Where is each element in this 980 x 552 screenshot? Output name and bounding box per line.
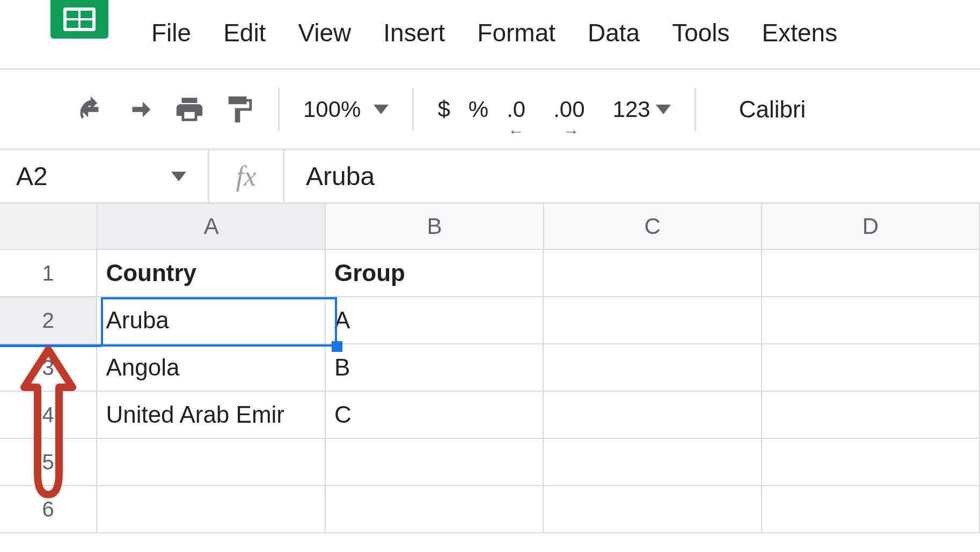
row-4: 4 United Arab Emir C	[0, 392, 980, 439]
increase-decimal-label: .00	[553, 97, 584, 122]
row-2-selection-indicator	[0, 344, 101, 347]
cell-a4[interactable]: United Arab Emir	[97, 392, 326, 439]
cell-c2[interactable]	[544, 297, 762, 344]
number-format-label: 123	[613, 97, 650, 122]
menu-insert[interactable]: Insert	[383, 18, 445, 47]
row-header-1[interactable]: 1	[0, 250, 97, 297]
row-header-3[interactable]: 3	[0, 344, 97, 392]
cell-a5[interactable]	[97, 439, 326, 486]
redo-button[interactable]	[125, 94, 156, 125]
menu-format[interactable]: Format	[477, 18, 555, 47]
zoom-value: 100%	[303, 97, 361, 122]
print-button[interactable]	[174, 94, 205, 125]
undo-button[interactable]	[75, 94, 106, 125]
zoom-dropdown[interactable]: 100%	[303, 97, 389, 122]
paint-format-button[interactable]	[223, 94, 254, 125]
row-1: 1 Country Group	[0, 250, 980, 297]
cell-a2[interactable]: Aruba	[97, 297, 326, 344]
cell-b4[interactable]: C	[326, 392, 544, 439]
column-header-d[interactable]: D	[762, 204, 980, 250]
cell-c4[interactable]	[544, 392, 762, 439]
row-3: 3 Angola B	[0, 344, 980, 392]
selection-fill-handle[interactable]	[332, 341, 342, 352]
cell-a3[interactable]: Angola	[97, 344, 326, 392]
row-header-2[interactable]: 2	[0, 297, 97, 344]
column-header-c[interactable]: C	[544, 204, 762, 250]
number-format-dropdown[interactable]: 123	[613, 97, 671, 122]
row-6: 6	[0, 486, 980, 533]
cell-d5[interactable]	[762, 439, 980, 486]
select-all-corner[interactable]	[0, 204, 98, 250]
cell-d2[interactable]	[762, 297, 980, 344]
cell-a1[interactable]: Country	[97, 250, 326, 297]
row-5: 5	[0, 439, 980, 486]
name-box-value: A2	[16, 161, 48, 191]
sheets-logo[interactable]	[50, 0, 108, 39]
cell-d4[interactable]	[762, 392, 980, 439]
cell-b1[interactable]: Group	[326, 250, 544, 297]
cell-c5[interactable]	[544, 439, 762, 486]
column-header-a[interactable]: A	[98, 204, 326, 250]
cell-b5[interactable]	[326, 439, 544, 486]
dropdown-icon	[171, 172, 186, 181]
menu-file[interactable]: File	[151, 18, 191, 47]
dropdown-icon	[374, 105, 389, 114]
cell-a6[interactable]	[97, 486, 326, 533]
row-header-5[interactable]: 5	[0, 439, 97, 486]
cell-c6[interactable]	[544, 486, 762, 533]
toolbar-separator	[278, 88, 280, 131]
sheets-logo-icon	[63, 8, 96, 31]
menu-bar: File Edit View Insert Format Data Tools …	[0, 0, 980, 70]
menu-data[interactable]: Data	[588, 18, 640, 47]
menu-tools[interactable]: Tools	[672, 18, 729, 47]
fx-icon: fx	[209, 150, 284, 202]
menu-items: File Edit View Insert Format Data Tools …	[151, 18, 837, 47]
row-header-4[interactable]: 4	[0, 392, 97, 439]
formula-bar-row: A2 fx Aruba	[0, 150, 980, 204]
row-header-6[interactable]: 6	[0, 486, 97, 533]
cell-d3[interactable]	[762, 344, 980, 392]
toolbar-separator	[694, 88, 696, 131]
name-box[interactable]: A2	[0, 150, 209, 202]
menu-extensions[interactable]: Extens	[762, 18, 838, 47]
menu-view[interactable]: View	[298, 18, 351, 47]
cell-c1[interactable]	[544, 250, 762, 297]
cell-b6[interactable]	[326, 486, 544, 533]
cell-d6[interactable]	[762, 486, 980, 533]
increase-decimal-button[interactable]: .00 →	[553, 97, 594, 122]
cell-d1[interactable]	[762, 250, 980, 297]
format-currency-button[interactable]: $	[437, 97, 450, 122]
cell-b3[interactable]: B	[326, 344, 544, 392]
cell-c3[interactable]	[544, 344, 762, 392]
menu-edit[interactable]: Edit	[223, 18, 266, 47]
format-percent-button[interactable]: %	[469, 97, 488, 122]
column-header-b[interactable]: B	[326, 204, 544, 250]
spreadsheet-grid: A B C D 1 Country Group 2 Aruba A 3 Ango…	[0, 204, 980, 533]
font-family-dropdown[interactable]: Calibri	[739, 96, 806, 123]
row-2: 2 Aruba A	[0, 297, 980, 344]
formula-input[interactable]: Aruba	[284, 161, 375, 191]
toolbar-separator	[412, 88, 414, 131]
toolbar: 100% $ % .0 ← .00 → 123 Calibri	[0, 70, 980, 150]
cell-b2[interactable]: A	[326, 297, 544, 344]
dropdown-icon	[656, 105, 671, 114]
decrease-decimal-label: .0	[507, 97, 525, 122]
decrease-decimal-button[interactable]: .0 ←	[507, 97, 535, 122]
column-headers: A B C D	[0, 204, 980, 250]
